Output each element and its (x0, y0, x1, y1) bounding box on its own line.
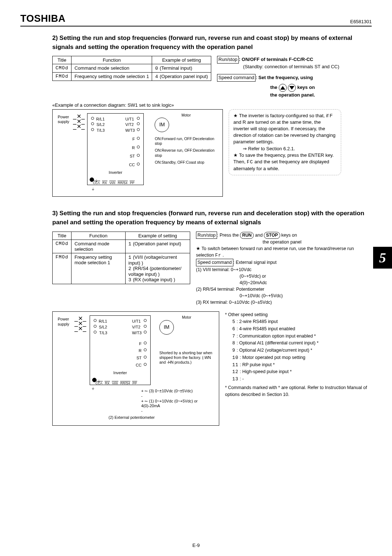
brand-logo: TOSHIBA (20, 13, 66, 24)
td-setting: 0 (Terminal input) (152, 64, 211, 73)
section-2-notes: Run/stop: ON/OFF of terminals F-CC/R-CC … (217, 56, 368, 98)
speed-label: Speed command (217, 74, 256, 82)
other-speed-settings: * Other speed setting 5 : 2-wire RS485 i… (225, 311, 368, 398)
td-function: Frequency setting mode selection 1 (72, 73, 152, 81)
inverter-label: Inverter (94, 371, 147, 376)
speed-opt: 13 : - (232, 376, 368, 383)
speed-text: : Set the frequency, using (256, 75, 313, 80)
switch-note: ★ To switch between forward run and reve… (196, 245, 368, 259)
sig-line: (0~+5Vdc) or (196, 273, 368, 279)
stop-key[interactable]: STOP (264, 232, 280, 239)
sig-line: 0~+10Vdc (0~+5Vdc) (196, 293, 368, 299)
wire-note: + ⥊ (1) 0~+10Vdc (0~+5Vdc) or 4(0)-20mA (141, 399, 214, 409)
page-number: E-9 (0, 543, 392, 548)
td-function: Frequency setting mode selection 1 (72, 253, 126, 284)
sig-desc: ON:Forward run, OFF:Deceleration stop (155, 136, 217, 146)
page: TOSHIBA E6581301 5 2) Setting the run an… (0, 0, 392, 556)
th-title: Title (53, 232, 72, 240)
runstop-text: : Press the (217, 233, 240, 238)
ground-line-icon: ⏚ (92, 187, 217, 192)
other-speed-footnote: * Commands marked with * are optional. R… (225, 384, 368, 398)
speed-opt: 6 : 4-wire RS485 input enabled (232, 326, 368, 333)
section-2-lower: Power supply ⎯✕⎯⎯✕⎯⎯✕⎯ R/L1 S/L2 T/L3 U/… (52, 109, 368, 203)
star-note-3: ★ To save the frequency, press the ENTER… (233, 152, 336, 172)
sig-line: (3) RX terminal: 0~±10Vdc (0~±5Vdc) (196, 299, 368, 306)
page-header: TOSHIBA E6581301 (20, 13, 372, 26)
down-key-icon[interactable] (288, 84, 296, 92)
motor-icon: IM (159, 320, 174, 335)
speed-opt: 8 : Optional AI1 (differential current i… (232, 340, 368, 347)
connection-diagram-2: Power supply ⎯✕⎯⎯✕⎯⎯✕⎯ R/L1 S/L2 T/L3 U/… (52, 109, 223, 197)
section-3-top: Title Function Example of setting CMOd C… (52, 232, 368, 306)
speed-opt: 10 : Motor operated pot mop setting (232, 354, 368, 361)
speed-text: : External signal input (233, 260, 277, 265)
th-title: Title (53, 56, 72, 64)
motor-icon: IM (155, 118, 169, 132)
settings-table-3: Title Function Example of setting CMOd C… (52, 232, 190, 284)
power-supply-label: Power supply (58, 315, 74, 327)
td-title: CMOd (53, 240, 72, 253)
speed-opt: 9 : Optional AI2 (voltage/current input)… (232, 347, 368, 354)
section-tab-number: 5 (373, 247, 392, 269)
section-3-lower: Power supply ⎯✕⎯⎯✕⎯⎯✕⎯ R/L1 S/L2 T/L3 U/… (52, 311, 368, 431)
connection-diagram-3: Power supply ⎯✕⎯⎯✕⎯⎯✕⎯ R/L1 S/L2 T/L3 U/… (52, 311, 219, 425)
star-note-2: ⇒ Refer to Section 6.2.1. (233, 146, 336, 152)
motor-label: Motor (159, 315, 214, 320)
speed-the: the (270, 85, 278, 90)
td-setting: 1 (VI/II (voltage/current input) ) 2 (RR… (125, 253, 190, 284)
speed-keys-on: keys on (297, 85, 315, 90)
th-example: Example of setting (125, 232, 190, 240)
section-2-top: Title Function Example of setting CMOd C… (52, 56, 368, 98)
sig-line: 4(0)~20mAdc (196, 279, 368, 286)
th-function: Function (72, 232, 126, 240)
wire-note: - (141, 409, 214, 414)
section-3-heading: 3) Setting the run and stop frequencies … (52, 209, 368, 227)
runstop-sub: (Standby: connection of terminals ST and… (217, 64, 368, 70)
speed-opt: 5 : 2-wire RS485 input (232, 318, 368, 326)
td-title: FMOd (53, 253, 72, 284)
td-title: FMOd (53, 73, 72, 81)
ext-pot-label: (2) External potentiometer (109, 415, 214, 420)
diagram-2-caption: «Example of a connection diagram: SW1 se… (52, 102, 368, 108)
up-key-icon[interactable] (279, 84, 287, 92)
td-function: Command mode selection (72, 240, 126, 253)
td-title: CMOd (53, 64, 72, 73)
sig-desc: ON:Reverse run, OFF:Deceleration stop (155, 148, 217, 158)
bottom-terminals: CCA RX VI/II RR/S4 PP (95, 381, 137, 385)
power-supply-label: Power supply (58, 113, 73, 125)
other-speed-title: * Other speed setting (225, 311, 368, 318)
document-code: E6581301 (350, 19, 372, 24)
short-bar-note: Shorted by a shorting bar when shipped f… (159, 351, 214, 365)
section-2-heading: 2) Setting the run and stop frequencies … (52, 34, 368, 52)
fuse-icon: ⎯✕⎯⎯✕⎯⎯✕⎯ (74, 315, 90, 331)
runstop-label: Run/stop (217, 56, 239, 64)
settings-table-2: Title Function Example of setting CMOd C… (52, 56, 211, 81)
td-function: Command mode selection (72, 64, 152, 73)
runstop-text: : ON/OFF of terminals F-CC/R-CC (239, 57, 313, 62)
th-function: Function (72, 56, 152, 64)
sig-line: (1) VI/II terminal: 0~+10Vdc (196, 266, 368, 273)
speed-opt: 7 : Communication option input enabled * (232, 333, 368, 340)
speed-opt: 12 : High-speed pulse input * (232, 368, 368, 376)
bottom-terminals: CCA RX VI/II RR/S4 PP (93, 181, 135, 185)
fuse-icon: ⎯✕⎯⎯✕⎯⎯✕⎯ (73, 113, 87, 129)
run-key[interactable]: RUN (240, 232, 254, 239)
motor-label: Motor (155, 113, 217, 118)
sig-desc: ON:Standby, OFF:Coast stop (155, 160, 217, 165)
section-3-notes: Run/stop: Press the RUN and STOP keys on… (196, 232, 368, 306)
td-setting: 1 (Operation panel input) (125, 240, 190, 253)
star-note-1: ★ The inverter is factory-configured so … (233, 113, 336, 146)
speed-label: Speed command (196, 259, 233, 266)
th-example: Example of setting (152, 56, 211, 64)
runstop-sub: the operation panel (196, 239, 368, 245)
inverter-label: Inverter (91, 170, 140, 175)
speed-opt: 11 : RP pulse input * (232, 361, 368, 369)
star-note-box: ★ The inverter is factory-configured so … (229, 109, 341, 176)
wire-note: + ⥊ (3) 0~±10Vdc (0~±5Vdc) (141, 389, 214, 394)
inverter-box: R/L1 S/L2 T/L3 U/T1 V/T2 W/T3 F (90, 315, 151, 385)
sig-line: (2) RR/S4 terminal: Potentiometer (196, 286, 368, 293)
runstop-label: Run/stop (196, 232, 217, 239)
inverter-box: R/L1 S/L2 T/L3 U/T1 V/T2 W/T3 F (87, 113, 144, 185)
page-content: 2) Setting the run and stop frequencies … (20, 34, 372, 432)
td-setting: 4 (Operation panel input) (152, 73, 211, 81)
